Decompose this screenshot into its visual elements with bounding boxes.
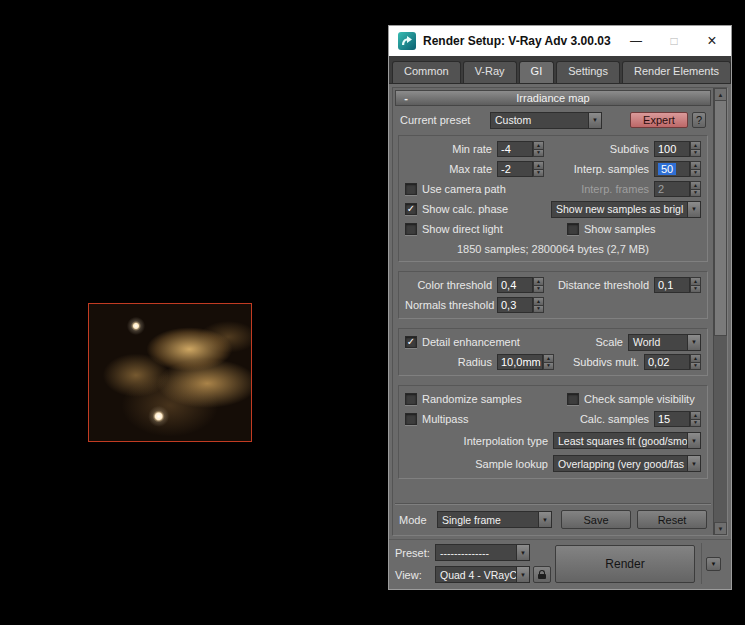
spinner-down-icon[interactable]: ▼ [690,169,701,178]
multipass-checkbox[interactable] [405,413,417,425]
max-rate-spinner[interactable]: ▲▼ [533,161,544,177]
scrollbar[interactable]: ▲ ▼ [713,88,727,535]
check-sample-visibility-label: Check sample visibility [579,393,695,405]
preset-view-column: Preset: -------------- ▼ View: Quad 4 - … [395,544,551,584]
basic-params-group: Min rate -4▲▼ Subdivs 100▲▼ Max rate -2▲… [398,135,708,262]
viewport-dropdown[interactable]: Quad 4 - VRayC ▼ [435,566,530,583]
distance-threshold-spinner[interactable]: ▲▼ [690,277,701,293]
min-rate-spinner[interactable]: ▲▼ [533,141,544,157]
radius-spinner[interactable]: ▲▼ [543,354,554,370]
calc-samples-field[interactable]: 15▲▼ [654,411,701,427]
scroll-thumb[interactable] [714,101,727,336]
scale-label: Scale [520,336,628,348]
vray-logo-icon [397,31,417,51]
render-preview-image [88,303,252,442]
title-bar[interactable]: Render Setup: V-Ray Adv 3.00.03 — □ × [389,26,731,56]
spinner-down-icon[interactable]: ▼ [690,189,701,198]
help-button[interactable]: ? [692,112,706,128]
interp-samples-spinner[interactable]: ▲▼ [690,161,701,177]
minimize-button[interactable]: — [617,26,655,56]
tab-settings[interactable]: Settings [556,61,620,83]
spinner-down-icon[interactable]: ▼ [533,149,544,158]
dropdown-value: Show new samples as brigl [552,203,687,215]
scroll-up-button[interactable]: ▲ [714,88,727,101]
mode-dropdown[interactable]: Single frame ▼ [437,511,552,528]
show-calc-phase-label: Show calc. phase [417,203,508,215]
spinner-down-icon[interactable]: ▼ [533,285,544,294]
render-flyout-button[interactable]: ▼ [706,557,721,571]
subdivs-mult-spinner[interactable]: ▲▼ [690,354,701,370]
show-samples-group: Show samples [567,223,701,235]
interp-frames-label: Interp. frames [506,183,654,195]
randomize-samples-label: Randomize samples [417,393,522,405]
check-icon: ✓ [407,204,415,214]
show-samples-checkbox[interactable] [567,223,579,235]
close-button[interactable]: × [693,26,731,56]
spinner-down-icon[interactable]: ▼ [543,362,554,371]
collapse-icon[interactable]: - [400,91,412,105]
interp-frames-spinner[interactable]: ▲▼ [690,181,701,197]
rollout-title: Irradiance map [396,92,710,104]
spinner-down-icon[interactable]: ▼ [690,149,701,158]
spinner-down-icon[interactable]: ▼ [533,305,544,314]
spinner-down-icon[interactable]: ▼ [690,362,701,371]
sample-lookup-dropdown[interactable]: Overlapping (very good/fas ▼ [553,455,701,472]
check-icon: ✓ [407,337,415,347]
check-visibility-group: Check sample visibility [567,393,701,405]
normals-threshold-field[interactable]: 0,3▲▼ [497,297,544,313]
interp-samples-field[interactable]: 50▲▼ [654,161,701,177]
interp-frames-field[interactable]: 2▲▼ [654,181,701,197]
subdivs-label: Subdivs [544,143,654,155]
min-rate-field[interactable]: -4▲▼ [497,141,544,157]
tab-gi[interactable]: GI [519,61,555,83]
randomize-samples-checkbox[interactable] [405,393,417,405]
render-bar: Preset: -------------- ▼ View: Quad 4 - … [389,539,731,589]
color-threshold-field[interactable]: 0,4▲▼ [497,277,544,293]
maximize-button[interactable]: □ [655,26,693,56]
normals-threshold-spinner[interactable]: ▲▼ [533,297,544,313]
subdivs-field[interactable]: 100▲▼ [654,141,701,157]
check-sample-visibility-checkbox[interactable] [567,393,579,405]
show-new-samples-dropdown[interactable]: Show new samples as brigl ▼ [551,201,701,218]
spinner-down-icon[interactable]: ▼ [690,285,701,294]
color-threshold-row: Color threshold 0,4▲▼ Distance threshold… [402,275,704,295]
tab-common[interactable]: Common [392,61,461,83]
detail-enhancement-checkbox[interactable]: ✓ [405,336,417,348]
distance-threshold-field[interactable]: 0,1▲▼ [654,277,701,293]
max-rate-field[interactable]: -2▲▼ [497,161,544,177]
scale-dropdown[interactable]: World ▼ [628,334,701,351]
use-camera-path-checkbox[interactable] [405,183,417,195]
spinner-down-icon[interactable]: ▼ [533,169,544,178]
reset-button[interactable]: Reset [637,510,707,529]
subdivs-mult-label: Subdivs mult. [554,356,644,368]
calc-samples-spinner[interactable]: ▲▼ [690,411,701,427]
color-threshold-spinner[interactable]: ▲▼ [533,277,544,293]
subdivs-spinner[interactable]: ▲▼ [690,141,701,157]
save-button[interactable]: Save [561,510,631,529]
scroll-down-button[interactable]: ▼ [714,522,727,535]
radius-field[interactable]: 10,0mm▲▼ [497,354,554,370]
samples-stats-text: 1850 samples; 2800064 bytes (2,7 MB) [402,239,704,258]
radius-label: Radius [405,356,497,368]
chevron-down-icon: ▼ [538,512,551,527]
spinner-down-icon[interactable]: ▼ [690,419,701,428]
tab-vray[interactable]: V-Ray [463,61,517,83]
current-preset-label: Current preset [400,114,490,126]
dropdown-value: Custom [491,114,588,126]
current-preset-dropdown[interactable]: Custom ▼ [490,112,602,129]
show-calc-phase-checkbox[interactable]: ✓ [405,203,417,215]
tab-render-elements[interactable]: Render Elements [622,61,731,83]
color-threshold-label: Color threshold [405,279,497,291]
irradiance-map-rollout: - Irradiance map Current preset Custom ▼… [393,88,713,535]
show-direct-light-checkbox[interactable] [405,223,417,235]
preset-dropdown[interactable]: -------------- ▼ [435,544,530,561]
dropdown-value: Single frame [438,514,538,526]
subdivs-mult-field[interactable]: 0,02▲▼ [644,354,701,370]
expert-button[interactable]: Expert [630,112,688,128]
window-title: Render Setup: V-Ray Adv 3.00.03 [423,34,617,48]
interpolation-type-dropdown[interactable]: Least squares fit (good/smo ▼ [553,432,701,449]
rollout-header[interactable]: - Irradiance map [395,90,711,106]
lock-viewport-button[interactable] [533,566,551,583]
scroll-track[interactable] [714,336,727,522]
render-button[interactable]: Render [555,545,695,583]
